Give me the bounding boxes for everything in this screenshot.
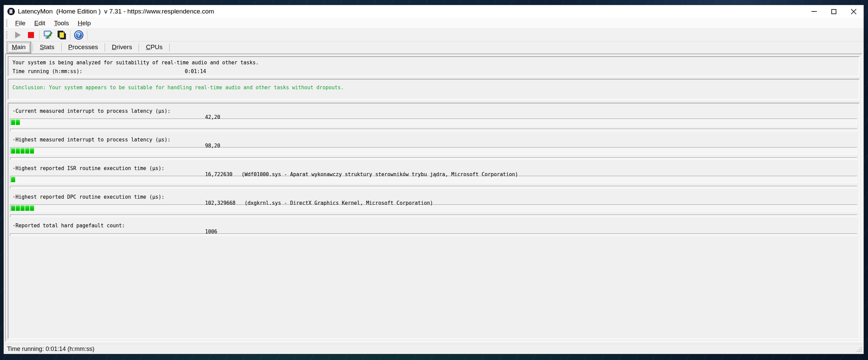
toolbar-gripper[interactable] — [6, 31, 7, 39]
metrics-panel: ·Current measured interrupt to process l… — [8, 103, 860, 339]
stop-icon — [28, 32, 34, 38]
tab-separator — [33, 43, 33, 52]
maximize-button[interactable] — [824, 5, 844, 18]
metric-secondary-bar — [10, 129, 857, 131]
close-icon — [850, 8, 857, 15]
statusbar: Time running: 0:01:14 (h:mm:ss) — [4, 344, 864, 354]
options-button[interactable] — [41, 29, 55, 41]
close-button[interactable] — [844, 5, 864, 18]
metric-value: 42,20 — [205, 114, 220, 120]
menu-edit[interactable]: Edit — [30, 19, 50, 28]
latencymon-window: LatencyMon (Home Edition ) v 7.31 - http… — [3, 5, 864, 354]
copy-report-button[interactable] — [55, 29, 68, 41]
tab-separator — [139, 43, 139, 52]
tab-processes[interactable]: Processes — [63, 42, 103, 53]
metric-group: ·Current measured interrupt to process l… — [8, 104, 859, 133]
main-tab-page: Your system is being analyzed for suitab… — [5, 54, 862, 342]
metric-value: 1006 — [205, 229, 217, 235]
toolbar-separator — [39, 30, 40, 40]
window-title: LatencyMon (Home Edition ) v 7.31 - http… — [18, 8, 214, 15]
minimize-button[interactable] — [804, 5, 824, 18]
metric-group: ·Highest measured interrupt to process l… — [8, 133, 859, 161]
latencymon-logo-icon — [7, 8, 15, 15]
menu-help[interactable]: Help — [73, 19, 95, 28]
tab-separator — [105, 43, 105, 52]
titlebar[interactable]: LatencyMon (Home Edition ) v 7.31 - http… — [4, 5, 864, 18]
metric-group: ·Highest reported DPC routine execution … — [8, 190, 859, 218]
options-monitor-icon — [43, 30, 53, 40]
metric-value: 102,329668 — [205, 200, 235, 206]
metric-secondary-bar — [10, 186, 857, 188]
analysis-message: Your system is being analyzed for suitab… — [12, 60, 259, 66]
metric-detail: (Wdf01000.sys - Aparat wykonawczy strukt… — [242, 172, 518, 178]
metric-detail: (dxgkrnl.sys - DirectX Graphics Kernel, … — [245, 200, 433, 206]
help-icon: ? — [74, 30, 84, 40]
window-controls — [804, 5, 864, 18]
maximize-icon — [831, 9, 836, 14]
metric-progress-bar — [10, 204, 857, 212]
start-monitor-button[interactable] — [11, 29, 24, 41]
help-button[interactable]: ? — [72, 29, 86, 41]
metric-label: ·Highest measured interrupt to process l… — [12, 137, 170, 143]
play-icon — [15, 32, 21, 38]
metrics-container: ·Current measured interrupt to process l… — [8, 104, 859, 237]
metric-progress-bar — [10, 119, 857, 126]
toolbar-separator — [87, 30, 88, 40]
tab-drivers[interactable]: Drivers — [107, 42, 137, 53]
metric-label: ·Reported total hard pagefault count: — [12, 222, 125, 229]
menubar: File Edit Tools Help — [4, 18, 864, 29]
menubar-gripper[interactable] — [6, 20, 7, 27]
toolbar: ? — [4, 29, 864, 41]
stop-monitor-button[interactable] — [24, 29, 38, 41]
tab-separator — [169, 43, 169, 52]
tabbar: Main Stats Processes Drivers CPUs — [4, 41, 864, 54]
metric-value: 98,20 — [205, 143, 220, 149]
metric-value: 16,722630 — [205, 172, 232, 178]
analysis-panel: Your system is being analyzed for suitab… — [8, 56, 860, 77]
tab-cpus[interactable]: CPUs — [141, 42, 167, 53]
metric-progress-bar — [10, 147, 857, 155]
metric-secondary-bar — [10, 233, 857, 236]
minimize-icon — [811, 11, 817, 12]
conclusion-message: Conclusion: Your system appears to be su… — [12, 85, 344, 91]
metric-secondary-bar — [10, 157, 857, 160]
metric-group: ·Reported total hard pagefault count: 10… — [8, 218, 859, 237]
tab-main[interactable]: Main — [6, 41, 31, 54]
metric-label: ·Highest reported ISR routine execution … — [12, 166, 164, 172]
metric-label: ·Current measured interrupt to process l… — [12, 108, 170, 114]
statusbar-text: Time running: 0:01:14 (h:mm:ss) — [7, 346, 94, 353]
menu-file[interactable]: File — [11, 19, 30, 28]
metric-group: ·Highest reported ISR routine execution … — [8, 161, 859, 190]
metric-label: ·Highest reported DPC routine execution … — [12, 194, 164, 200]
conclusion-panel: Conclusion: Your system appears to be su… — [8, 79, 860, 100]
time-running-value: 0:01:14 — [185, 68, 206, 74]
time-running-label: Time running (h:mm:ss): — [12, 68, 83, 74]
metric-secondary-bar — [10, 214, 857, 217]
tab-separator — [61, 43, 62, 52]
svg-text:?: ? — [77, 32, 81, 38]
resize-grip[interactable] — [857, 347, 862, 352]
menu-tools[interactable]: Tools — [50, 19, 73, 28]
toolbar-separator — [70, 30, 70, 40]
tab-stats[interactable]: Stats — [35, 42, 59, 53]
copy-report-icon — [57, 30, 67, 40]
